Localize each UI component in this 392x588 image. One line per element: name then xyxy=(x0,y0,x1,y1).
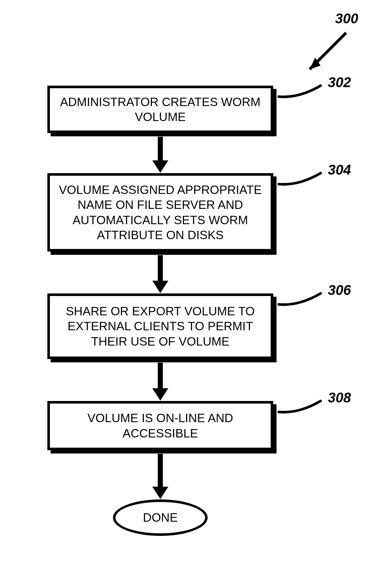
terminator-done: DONE xyxy=(113,499,208,536)
flowchart-canvas: 300 ADMINISTRATOR CREATES WORM VOLUME 30… xyxy=(0,0,392,588)
step-box-3: SHARE OR EXPORT VOLUME TO EXTERNAL CLIEN… xyxy=(47,293,273,359)
step-box-2: VOLUME ASSIGNED APPROPRIATE NAME ON FILE… xyxy=(47,173,273,252)
figure-ref-label: 300 xyxy=(335,11,358,27)
leader-2 xyxy=(277,171,332,200)
step-box-4: VOLUME IS ON-LINE AND ACCESSIBLE xyxy=(47,401,273,450)
step-text-4: VOLUME IS ON-LINE AND ACCESSIBLE xyxy=(58,410,263,441)
leader-3 xyxy=(277,292,332,321)
step-ref-2: 304 xyxy=(328,162,351,178)
step-text-2: VOLUME ASSIGNED APPROPRIATE NAME ON FILE… xyxy=(58,182,263,242)
step-ref-3: 306 xyxy=(328,283,351,298)
terminator-text: DONE xyxy=(143,511,177,525)
step-ref-1: 302 xyxy=(328,75,351,90)
step-ref-4: 308 xyxy=(328,390,351,406)
step-box-1: ADMINISTRATOR CREATES WORM VOLUME xyxy=(47,86,273,133)
leader-1 xyxy=(277,84,332,113)
leader-4 xyxy=(277,399,332,428)
step-text-1: ADMINISTRATOR CREATES WORM VOLUME xyxy=(58,94,263,125)
step-text-3: SHARE OR EXPORT VOLUME TO EXTERNAL CLIEN… xyxy=(58,304,263,349)
